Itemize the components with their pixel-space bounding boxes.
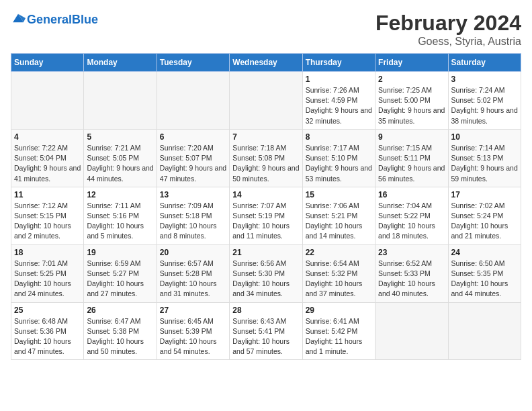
day-info: Sunrise: 6:45 AMSunset: 5:39 PMDaylight:…	[160, 316, 226, 357]
header-cell-tuesday: Tuesday	[157, 54, 229, 72]
week-row-4: 18Sunrise: 7:01 AMSunset: 5:25 PMDayligh…	[11, 244, 521, 302]
day-info: Sunrise: 6:59 AMSunset: 5:27 PMDaylight:…	[87, 259, 153, 300]
day-cell: 4Sunrise: 7:22 AMSunset: 5:04 PMDaylight…	[11, 129, 84, 187]
day-info: Sunrise: 7:09 AMSunset: 5:18 PMDaylight:…	[160, 201, 226, 242]
day-info: Sunrise: 6:48 AMSunset: 5:36 PMDaylight:…	[14, 316, 81, 357]
day-info: Sunrise: 6:43 AMSunset: 5:41 PMDaylight:…	[232, 316, 299, 357]
day-cell: 21Sunrise: 6:56 AMSunset: 5:30 PMDayligh…	[230, 244, 302, 302]
day-cell: 9Sunrise: 7:15 AMSunset: 5:11 PMDaylight…	[375, 129, 448, 187]
day-cell: 7Sunrise: 7:18 AMSunset: 5:08 PMDaylight…	[230, 129, 302, 187]
day-info: Sunrise: 7:04 AMSunset: 5:22 PMDaylight:…	[378, 201, 445, 242]
day-info: Sunrise: 6:57 AMSunset: 5:28 PMDaylight:…	[160, 259, 226, 300]
day-number: 9	[378, 132, 445, 142]
day-cell: 3Sunrise: 7:24 AMSunset: 5:02 PMDaylight…	[448, 72, 521, 130]
header-cell-wednesday: Wednesday	[230, 54, 302, 72]
day-number: 29	[306, 306, 372, 315]
calendar-table: SundayMondayTuesdayWednesdayThursdayFrid…	[11, 53, 521, 360]
day-info: Sunrise: 6:54 AMSunset: 5:32 PMDaylight:…	[306, 259, 372, 300]
day-cell: 27Sunrise: 6:45 AMSunset: 5:39 PMDayligh…	[157, 302, 229, 360]
day-info: Sunrise: 6:50 AMSunset: 5:35 PMDaylight:…	[451, 259, 518, 300]
day-number: 1	[306, 75, 372, 84]
day-cell: 19Sunrise: 6:59 AMSunset: 5:27 PMDayligh…	[84, 244, 157, 302]
day-number: 4	[14, 132, 81, 142]
day-info: Sunrise: 7:24 AMSunset: 5:02 PMDaylight:…	[451, 85, 518, 126]
day-cell	[375, 302, 448, 360]
day-cell: 29Sunrise: 6:41 AMSunset: 5:42 PMDayligh…	[302, 302, 375, 360]
day-cell	[448, 302, 521, 360]
day-number: 20	[160, 248, 226, 257]
day-info: Sunrise: 7:11 AMSunset: 5:16 PMDaylight:…	[87, 201, 153, 242]
day-cell: 10Sunrise: 7:14 AMSunset: 5:13 PMDayligh…	[448, 129, 521, 187]
day-info: Sunrise: 7:01 AMSunset: 5:25 PMDaylight:…	[14, 259, 81, 300]
logo-blue: Blue	[72, 13, 98, 26]
calendar-subtitle: Goess, Styria, Austria	[375, 36, 521, 48]
header-cell-thursday: Thursday	[302, 54, 375, 72]
day-info: Sunrise: 6:47 AMSunset: 5:38 PMDaylight:…	[87, 316, 153, 357]
header-cell-saturday: Saturday	[448, 54, 521, 72]
logo-icon	[11, 11, 26, 26]
day-cell	[230, 72, 302, 130]
day-info: Sunrise: 7:20 AMSunset: 5:07 PMDaylight:…	[160, 143, 226, 184]
header-cell-friday: Friday	[375, 54, 448, 72]
day-info: Sunrise: 6:41 AMSunset: 5:42 PMDaylight:…	[306, 316, 372, 357]
page-header: GeneralBlue February 2024 Goess, Styria,…	[11, 11, 521, 48]
day-cell	[84, 72, 157, 130]
day-cell: 24Sunrise: 6:50 AMSunset: 5:35 PMDayligh…	[448, 244, 521, 302]
day-number: 8	[306, 132, 372, 142]
day-number: 28	[232, 306, 299, 315]
week-row-2: 4Sunrise: 7:22 AMSunset: 5:04 PMDaylight…	[11, 129, 521, 187]
day-cell: 18Sunrise: 7:01 AMSunset: 5:25 PMDayligh…	[11, 244, 84, 302]
day-cell	[157, 72, 229, 130]
day-cell: 25Sunrise: 6:48 AMSunset: 5:36 PMDayligh…	[11, 302, 84, 360]
week-row-1: 1Sunrise: 7:26 AMSunset: 4:59 PMDaylight…	[11, 72, 521, 130]
day-info: Sunrise: 7:14 AMSunset: 5:13 PMDaylight:…	[451, 143, 518, 184]
day-cell: 17Sunrise: 7:02 AMSunset: 5:24 PMDayligh…	[448, 187, 521, 244]
day-info: Sunrise: 7:22 AMSunset: 5:04 PMDaylight:…	[14, 143, 81, 184]
day-number: 21	[232, 248, 299, 257]
header-row: SundayMondayTuesdayWednesdayThursdayFrid…	[11, 54, 521, 72]
day-cell: 1Sunrise: 7:26 AMSunset: 4:59 PMDaylight…	[302, 72, 375, 130]
day-number: 11	[14, 190, 81, 199]
day-cell: 23Sunrise: 6:52 AMSunset: 5:33 PMDayligh…	[375, 244, 448, 302]
day-cell: 22Sunrise: 6:54 AMSunset: 5:32 PMDayligh…	[302, 244, 375, 302]
title-block: February 2024 Goess, Styria, Austria	[375, 11, 521, 48]
day-cell: 26Sunrise: 6:47 AMSunset: 5:38 PMDayligh…	[84, 302, 157, 360]
day-info: Sunrise: 7:12 AMSunset: 5:15 PMDaylight:…	[14, 201, 81, 242]
day-info: Sunrise: 7:06 AMSunset: 5:21 PMDaylight:…	[306, 201, 372, 242]
week-row-5: 25Sunrise: 6:48 AMSunset: 5:36 PMDayligh…	[11, 302, 521, 360]
day-info: Sunrise: 7:21 AMSunset: 5:05 PMDaylight:…	[87, 143, 153, 184]
calendar-title: February 2024	[375, 11, 521, 36]
day-cell: 15Sunrise: 7:06 AMSunset: 5:21 PMDayligh…	[302, 187, 375, 244]
day-number: 3	[451, 75, 518, 84]
day-cell: 13Sunrise: 7:09 AMSunset: 5:18 PMDayligh…	[157, 187, 229, 244]
day-info: Sunrise: 6:52 AMSunset: 5:33 PMDaylight:…	[378, 259, 445, 300]
calendar-header: SundayMondayTuesdayWednesdayThursdayFrid…	[11, 54, 521, 72]
day-number: 18	[14, 248, 81, 257]
calendar-body: 1Sunrise: 7:26 AMSunset: 4:59 PMDaylight…	[11, 72, 521, 360]
day-cell: 14Sunrise: 7:07 AMSunset: 5:19 PMDayligh…	[230, 187, 302, 244]
day-info: Sunrise: 7:02 AMSunset: 5:24 PMDaylight:…	[451, 201, 518, 242]
day-number: 5	[87, 132, 153, 142]
day-cell: 5Sunrise: 7:21 AMSunset: 5:05 PMDaylight…	[84, 129, 157, 187]
day-number: 22	[306, 248, 372, 257]
day-number: 16	[378, 190, 445, 199]
day-number: 19	[87, 248, 153, 257]
day-cell: 28Sunrise: 6:43 AMSunset: 5:41 PMDayligh…	[230, 302, 302, 360]
day-cell: 20Sunrise: 6:57 AMSunset: 5:28 PMDayligh…	[157, 244, 229, 302]
day-number: 23	[378, 248, 445, 257]
day-cell: 8Sunrise: 7:17 AMSunset: 5:10 PMDaylight…	[302, 129, 375, 187]
day-info: Sunrise: 7:17 AMSunset: 5:10 PMDaylight:…	[306, 143, 372, 184]
day-number: 10	[451, 132, 518, 142]
day-info: Sunrise: 7:26 AMSunset: 4:59 PMDaylight:…	[306, 85, 372, 126]
week-row-3: 11Sunrise: 7:12 AMSunset: 5:15 PMDayligh…	[11, 187, 521, 244]
logo-general: General	[27, 13, 72, 26]
day-number: 7	[232, 132, 299, 142]
day-cell: 11Sunrise: 7:12 AMSunset: 5:15 PMDayligh…	[11, 187, 84, 244]
day-number: 17	[451, 190, 518, 199]
day-cell: 16Sunrise: 7:04 AMSunset: 5:22 PMDayligh…	[375, 187, 448, 244]
day-cell: 6Sunrise: 7:20 AMSunset: 5:07 PMDaylight…	[157, 129, 229, 187]
day-info: Sunrise: 6:56 AMSunset: 5:30 PMDaylight:…	[232, 259, 299, 300]
day-info: Sunrise: 7:15 AMSunset: 5:11 PMDaylight:…	[378, 143, 445, 184]
day-info: Sunrise: 7:18 AMSunset: 5:08 PMDaylight:…	[232, 143, 299, 184]
header-cell-monday: Monday	[84, 54, 157, 72]
